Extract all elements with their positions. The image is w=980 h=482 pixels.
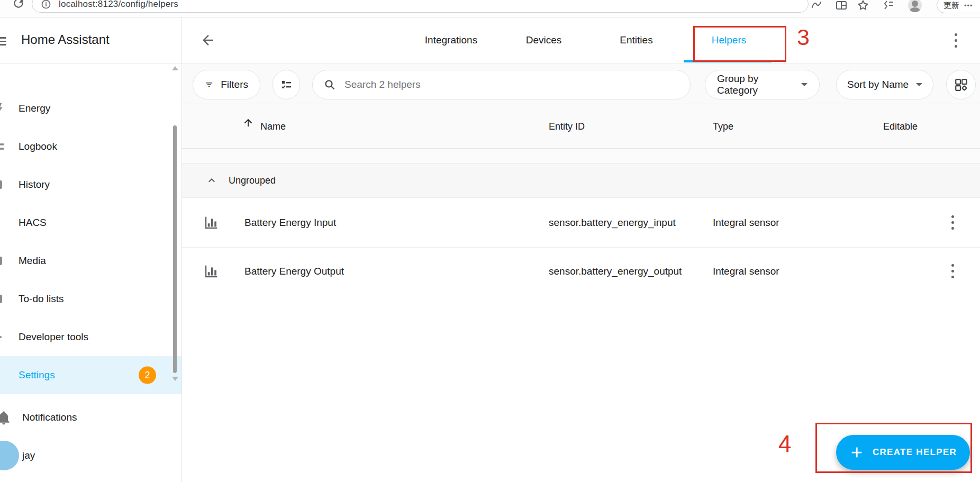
helper-name: Battery Energy Output: [244, 266, 344, 277]
sidebar-divider: [0, 63, 182, 63]
sidebar-item-label: Developer tools: [19, 331, 88, 343]
sidebar-item-history[interactable]: History: [0, 166, 182, 204]
chart-histogram-icon: [203, 263, 219, 279]
settings-badge: 2: [139, 367, 156, 384]
site-info-icon[interactable]: [41, 0, 51, 10]
tab-integrations[interactable]: Integrations: [405, 17, 497, 63]
sidebar-item-hacs[interactable]: HACS: [0, 204, 182, 242]
web-capture-icon[interactable]: [810, 0, 823, 12]
logbook-icon: [0, 139, 7, 154]
search-input[interactable]: [344, 79, 673, 90]
notifications-bell-icon: [0, 410, 11, 425]
collections-icon[interactable]: [882, 0, 895, 12]
sidebar-item-logbook[interactable]: Logbook: [0, 128, 182, 166]
settings-icon: [0, 368, 7, 383]
helper-name: Battery Energy Input: [244, 217, 336, 229]
sidebar-item-label: To-do lists: [19, 293, 64, 305]
browser-update-button[interactable]: 更新 •••: [937, 0, 980, 13]
developer-tools-icon: [0, 330, 7, 344]
filters-label: Filters: [221, 79, 248, 90]
sidebar-item-label: Settings: [19, 369, 55, 381]
browser-toolbar: localhost:8123/config/helpers 更新 •••: [0, 0, 980, 17]
menu-icon[interactable]: [0, 35, 6, 46]
helper-type: Integral sensor: [713, 266, 779, 277]
chevron-down-icon: [801, 83, 807, 86]
helper-entity-id: sensor.battery_energy_output: [549, 266, 682, 277]
sidebar-item-user[interactable]: jay: [0, 436, 182, 475]
sidebar-item-notifications[interactable]: Notifications: [0, 398, 182, 436]
sidebar-item-settings[interactable]: Settings 2: [0, 356, 182, 394]
column-header-editable[interactable]: Editable: [883, 121, 918, 132]
sidebar-divider: [0, 388, 182, 388]
energy-icon: [0, 101, 7, 116]
table-cog-icon: [954, 78, 968, 92]
todo-list-icon: [0, 292, 7, 306]
favorites-star-icon[interactable]: [857, 0, 869, 12]
sidebar-item-label: Logbook: [19, 141, 57, 152]
group-by-label: Group by Category: [717, 73, 796, 96]
table-row[interactable]: Battery Energy Output sensor.battery_ene…: [182, 248, 980, 295]
column-header-type[interactable]: Type: [713, 121, 733, 132]
row-overflow-menu-button[interactable]: [942, 261, 963, 282]
sidebar-item-todo-lists[interactable]: To-do lists: [0, 280, 182, 318]
sidebar-item-energy[interactable]: Energy: [0, 89, 182, 128]
column-header-name[interactable]: Name: [260, 121, 286, 132]
table-settings-button[interactable]: [946, 70, 976, 99]
helper-type: Integral sensor: [713, 217, 779, 229]
sidebar-scrollbar-up-arrow[interactable]: [172, 66, 178, 70]
filters-button[interactable]: Filters: [193, 70, 260, 99]
filter-icon: [205, 79, 213, 90]
search-field[interactable]: [312, 70, 691, 99]
group-label: Ungrouped: [229, 175, 276, 186]
overflow-menu-button[interactable]: [945, 30, 966, 51]
sidebar: Home Assistant Energy Logbook History HA…: [0, 17, 182, 482]
group-header-ungrouped[interactable]: Ungrouped: [182, 163, 980, 198]
search-icon: [323, 78, 336, 91]
split-screen-icon[interactable]: [835, 0, 848, 12]
user-avatar: [0, 441, 19, 470]
chevron-up-icon[interactable]: [205, 174, 218, 187]
browser-profile-avatar[interactable]: [908, 0, 922, 12]
row-overflow-menu-button[interactable]: [942, 212, 963, 233]
sidebar-item-label: Energy: [19, 103, 50, 114]
sort-ascending-arrow-icon[interactable]: [242, 117, 254, 129]
sidebar-scrollbar-thumb[interactable]: [173, 125, 177, 373]
annotation-number-4: 4: [778, 431, 791, 457]
sidebar-item-label: Notifications: [22, 412, 77, 423]
group-by-dropdown[interactable]: Group by Category: [705, 70, 820, 99]
list-checks-icon: [280, 78, 293, 91]
chart-histogram-icon: [203, 215, 219, 231]
reload-icon[interactable]: [12, 0, 25, 10]
tab-devices[interactable]: Devices: [497, 17, 590, 63]
arrow-left-icon: [200, 32, 216, 48]
sort-by-label: Sort by Name: [847, 79, 909, 90]
selection-mode-button[interactable]: [273, 70, 300, 99]
sidebar-scrollbar-down-arrow[interactable]: [172, 377, 178, 381]
annotation-box-4: [815, 423, 972, 473]
chevron-down-icon: [916, 83, 922, 86]
sidebar-item-label: HACS: [19, 217, 47, 229]
sidebar-item-media[interactable]: Media: [0, 242, 182, 280]
sidebar-item-label: jay: [22, 450, 35, 461]
tab-entities[interactable]: Entities: [590, 17, 683, 63]
column-header-entity-id[interactable]: Entity ID: [549, 121, 585, 132]
helper-entity-id: sensor.battery_energy_input: [549, 217, 676, 229]
update-label: 更新: [943, 1, 959, 11]
sort-by-dropdown[interactable]: Sort by Name: [836, 70, 933, 99]
annotation-box-3: [693, 26, 786, 62]
sidebar-item-developer-tools[interactable]: Developer tools: [0, 318, 182, 356]
sidebar-item-label: History: [19, 179, 50, 190]
table-row[interactable]: Battery Energy Input sensor.battery_ener…: [182, 198, 980, 248]
url-text[interactable]: localhost:8123/config/helpers: [59, 0, 178, 10]
hacs-icon: [0, 215, 7, 230]
table-spacer: [182, 149, 980, 163]
sidebar-item-label: Media: [19, 255, 46, 267]
address-bar[interactable]: localhost:8123/config/helpers: [32, 0, 809, 13]
media-icon: [0, 253, 7, 268]
back-button[interactable]: [198, 30, 218, 50]
annotation-number-3: 3: [797, 24, 810, 50]
history-icon: [0, 177, 7, 192]
table-header-row: Name Entity ID Type Editable: [182, 104, 980, 149]
browser-menu-icon[interactable]: •••: [964, 2, 973, 10]
app-title: Home Assistant: [21, 32, 110, 47]
